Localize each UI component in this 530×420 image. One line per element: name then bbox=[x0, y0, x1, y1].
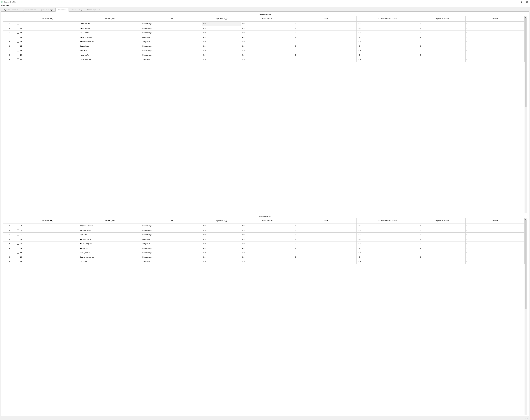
cell-pim[interactable]: 0:00 bbox=[241, 259, 294, 264]
cell-role[interactable]: Защитник bbox=[141, 39, 202, 44]
close-button[interactable] bbox=[524, 0, 530, 4]
cell-toi[interactable]: 0:00 bbox=[202, 241, 241, 246]
cell-role[interactable]: Нападающий bbox=[141, 53, 202, 57]
cell-rating[interactable]: 0 bbox=[465, 57, 524, 62]
cell-rating[interactable]: 0 bbox=[465, 246, 524, 250]
cell-name[interactable]: Золонин Антон bbox=[79, 228, 141, 232]
cell-toi[interactable]: 0:00 bbox=[202, 232, 241, 237]
cell-name[interactable]: Шишкин … bbox=[79, 246, 141, 250]
cell-name[interactable]: Шишкин Кирилл bbox=[79, 241, 141, 246]
on-ice-checkbox[interactable] bbox=[17, 45, 19, 47]
cell-name[interactable]: Ричи Бретт bbox=[79, 48, 141, 53]
on-ice-checkbox[interactable] bbox=[17, 23, 19, 25]
row-number[interactable]: 9 bbox=[3, 259, 16, 264]
cell-shots[interactable]: 0 bbox=[294, 259, 356, 264]
cell-pct[interactable]: 0.0% bbox=[356, 237, 419, 241]
cell-name[interactable]: Карло Брандон bbox=[79, 57, 141, 62]
cell-toi[interactable]: 0:00 bbox=[202, 44, 241, 48]
cell-role[interactable]: Нападающий bbox=[141, 232, 202, 237]
column-header-shot_pct[interactable]: % Реализованных бросков bbox=[356, 16, 419, 22]
cell-on-ice[interactable]: 13 bbox=[16, 30, 79, 35]
cell-shots[interactable]: 0 bbox=[294, 22, 356, 26]
column-header-goals[interactable]: Заброшенные шайбы bbox=[419, 16, 466, 22]
cell-toi[interactable]: 0:00 bbox=[202, 39, 241, 44]
on-ice-checkbox[interactable] bbox=[17, 229, 19, 231]
cell-on-ice[interactable]: 79 bbox=[16, 237, 79, 241]
scroll-down-icon[interactable] bbox=[525, 413, 527, 415]
cell-role[interactable]: Защитник bbox=[141, 241, 202, 246]
cell-pct[interactable]: 0.0% bbox=[356, 228, 419, 232]
cell-role[interactable]: Защитник bbox=[141, 35, 202, 39]
cell-toi[interactable]: 0:00 bbox=[202, 57, 241, 62]
cell-pim[interactable]: 0:00 bbox=[241, 30, 294, 35]
cell-pim[interactable]: 0:00 bbox=[241, 246, 294, 250]
cell-on-ice[interactable]: 63 bbox=[16, 228, 79, 232]
cell-rating[interactable]: 0 bbox=[465, 228, 524, 232]
cell-shots[interactable]: 0 bbox=[294, 35, 356, 39]
cell-shots[interactable]: 0 bbox=[294, 30, 356, 35]
cell-pim[interactable]: 0:00 bbox=[241, 26, 294, 30]
cell-on-ice[interactable]: 91 bbox=[16, 232, 79, 237]
column-header-shots[interactable]: Броски bbox=[294, 16, 356, 22]
cell-shots[interactable]: 0 bbox=[294, 48, 356, 53]
on-ice-checkbox[interactable] bbox=[17, 59, 19, 60]
cell-rating[interactable]: 0 bbox=[465, 224, 524, 228]
on-ice-checkbox[interactable] bbox=[17, 54, 19, 56]
cell-pim[interactable]: 0:00 bbox=[241, 48, 294, 53]
cell-shots[interactable]: 0 bbox=[294, 57, 356, 62]
cell-goals[interactable]: 0 bbox=[419, 26, 466, 30]
cell-role[interactable]: Нападающий bbox=[141, 30, 202, 35]
cell-name[interactable]: Фёдоров Максим bbox=[79, 224, 141, 228]
on-ice-checkbox[interactable] bbox=[17, 50, 19, 51]
cell-pct[interactable]: 0.0% bbox=[356, 48, 419, 53]
column-header-name[interactable]: Фамилия, Имя bbox=[79, 16, 141, 22]
table-row[interactable]: 19Сенишин ЗакНападающий0:000:0000.0%00 bbox=[3, 22, 525, 26]
column-header-goals[interactable]: Заброшенные шайбы bbox=[419, 218, 466, 224]
cell-on-ice[interactable]: 9 bbox=[16, 22, 79, 26]
tab-4[interactable]: Игроки на льду bbox=[69, 8, 85, 12]
scrollbar-thumb[interactable] bbox=[525, 220, 527, 309]
cell-toi[interactable]: 0:00 bbox=[202, 48, 241, 53]
cell-rating[interactable]: 0 bbox=[465, 255, 524, 259]
column-header-time_on_ice[interactable]: Время на льду bbox=[202, 218, 241, 224]
cell-name[interactable]: Нордстрейм … bbox=[79, 53, 141, 57]
maximize-button[interactable] bbox=[518, 0, 524, 4]
cell-pim[interactable]: 0:00 bbox=[241, 22, 294, 26]
on-ice-checkbox[interactable] bbox=[17, 36, 19, 38]
tab-1[interactable]: Графика стадиона bbox=[20, 8, 39, 12]
cell-toi[interactable]: 0:00 bbox=[202, 259, 241, 264]
cell-pct[interactable]: 0.0% bbox=[356, 39, 419, 44]
cell-rating[interactable]: 0 bbox=[465, 26, 524, 30]
cell-role[interactable]: Нападающий bbox=[141, 22, 202, 26]
row-number[interactable]: 8 bbox=[3, 255, 16, 259]
cell-pim[interactable]: 0:00 bbox=[241, 255, 294, 259]
scroll-up-icon[interactable] bbox=[525, 218, 527, 220]
cell-pct[interactable]: 0.0% bbox=[356, 250, 419, 255]
column-header-role[interactable]: Роль bbox=[141, 218, 202, 224]
cell-shots[interactable]: 0 bbox=[294, 241, 356, 246]
minimize-button[interactable] bbox=[513, 0, 518, 4]
cell-goals[interactable]: 0 bbox=[419, 246, 466, 250]
column-header-corner[interactable] bbox=[3, 218, 16, 224]
cell-toi[interactable]: 0:00 bbox=[202, 246, 241, 250]
cell-goals[interactable]: 0 bbox=[419, 255, 466, 259]
cell-on-ice[interactable]: 80 bbox=[16, 246, 79, 250]
column-header-penalty_time[interactable]: Время штрафов bbox=[241, 16, 294, 22]
on-ice-checkbox[interactable] bbox=[17, 27, 19, 29]
cell-goals[interactable]: 0 bbox=[419, 228, 466, 232]
cell-goals[interactable]: 0 bbox=[419, 48, 466, 53]
cell-goals[interactable]: 0 bbox=[419, 30, 466, 35]
cell-on-ice[interactable]: 23 bbox=[16, 39, 79, 44]
cell-rating[interactable]: 0 bbox=[465, 44, 524, 48]
cell-pct[interactable]: 0.0% bbox=[356, 44, 419, 48]
cell-name[interactable]: Вагнер Крис bbox=[79, 44, 141, 48]
cell-role[interactable]: Нападающий bbox=[141, 246, 202, 250]
cell-rating[interactable]: 0 bbox=[465, 53, 524, 57]
cell-on-ice[interactable]: 53 bbox=[16, 224, 79, 228]
tab-5[interactable]: Сводные данные bbox=[85, 8, 102, 12]
on-ice-checkbox[interactable] bbox=[17, 238, 19, 240]
table-row[interactable]: 415Лаузон ДжеремиЗащитник0:000:0000.0%00 bbox=[3, 35, 525, 39]
table-row[interactable]: 153Фёдоров МаксимНападающий0:000:0000.0%… bbox=[3, 224, 525, 228]
cell-shots[interactable]: 0 bbox=[294, 53, 356, 57]
row-number[interactable]: 8 bbox=[3, 53, 16, 57]
